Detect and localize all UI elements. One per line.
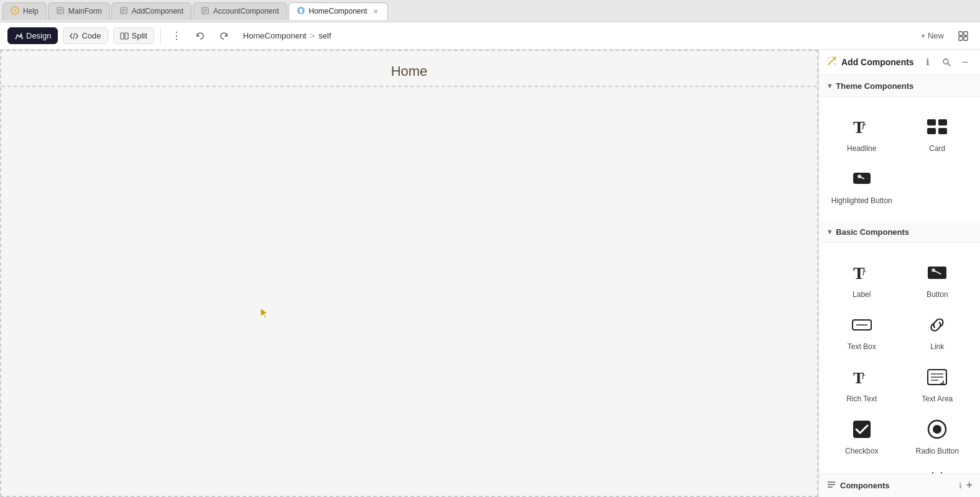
accountcomponent-icon — [201, 6, 210, 17]
components-footer-info-icon: ℹ — [959, 481, 962, 490]
tab-mainform[interactable]: MainForm — [48, 2, 110, 20]
basic-components-section-header[interactable]: ▼ Basic Components — [819, 221, 980, 243]
checkbox-label: Checkbox — [845, 447, 878, 455]
basic-section-label: Basic Components — [836, 227, 973, 237]
breadcrumb-separator: > — [310, 31, 315, 40]
textarea-label: Text Area — [922, 394, 953, 403]
addcomponent-icon — [119, 6, 128, 17]
component-link[interactable]: Link — [900, 305, 976, 357]
homecomponent-icon — [297, 6, 305, 17]
richtext-icon: T r — [848, 363, 876, 391]
theme-chevron-icon: ▼ — [826, 82, 833, 89]
design-icon — [14, 32, 23, 40]
component-radio[interactable]: Radio Button — [900, 409, 976, 462]
components-footer-label: Components — [840, 481, 955, 490]
new-button[interactable]: + New — [916, 29, 949, 43]
panel-search-button[interactable] — [939, 55, 954, 70]
tab-help[interactable]: ? Help — [2, 2, 47, 20]
tab-help-label: Help — [23, 7, 39, 16]
component-headline[interactable]: T r Headline — [824, 107, 900, 159]
svg-rect-16 — [121, 33, 124, 39]
tab-accountcomponent-label: AccountComponent — [213, 7, 279, 16]
component-textarea[interactable]: Text Area — [900, 357, 976, 409]
radio-icon — [923, 416, 951, 443]
svg-text:r: r — [862, 372, 866, 381]
cursor-arrow-icon — [259, 307, 269, 319]
grid-view-button[interactable] — [954, 27, 973, 45]
component-table[interactable]: Table — [824, 462, 900, 473]
svg-rect-20 — [959, 37, 963, 40]
grid-icon — [958, 30, 969, 42]
tab-mainform-label: MainForm — [68, 7, 102, 16]
code-icon — [70, 32, 78, 40]
card-label: Card — [929, 144, 945, 153]
component-calendar[interactable]: Calendar — [900, 462, 976, 473]
wand-icon — [826, 55, 838, 69]
tab-accountcomponent[interactable]: AccountComponent — [193, 2, 287, 20]
canvas-area[interactable]: Home — [0, 50, 818, 497]
close-homecomponent-tab[interactable]: ✕ — [371, 7, 380, 16]
radio-label: Radio Button — [916, 447, 959, 455]
undo-button[interactable] — [191, 27, 210, 45]
component-card[interactable]: Card — [900, 107, 976, 159]
table-icon — [848, 468, 876, 473]
tab-addcomponent[interactable]: AddComponent — [111, 2, 192, 20]
tab-homecomponent[interactable]: HomeComponent ✕ — [289, 2, 388, 20]
split-button[interactable]: Split — [113, 27, 154, 44]
svg-rect-17 — [125, 33, 128, 39]
component-label[interactable]: T r Label — [824, 253, 900, 305]
code-label: Code — [81, 31, 101, 40]
components-footer-icon — [826, 480, 836, 492]
component-highlighted-button[interactable]: Highlighted Button — [824, 159, 900, 211]
theme-section-label: Theme Components — [836, 81, 973, 91]
basic-chevron-icon: ▼ — [826, 228, 833, 235]
svg-text:r: r — [862, 121, 866, 131]
highlighted-button-label: Highlighted Button — [831, 196, 892, 205]
svg-rect-38 — [928, 267, 946, 279]
breadcrumb: HomeComponent > self — [243, 31, 331, 40]
toolbar-right: + New — [916, 27, 973, 45]
design-button[interactable]: Design — [7, 27, 58, 44]
svg-rect-19 — [964, 32, 968, 35]
canvas-title: Home — [391, 63, 428, 80]
link-label: Link — [930, 342, 944, 351]
right-panel: Add Components ℹ − ▼ Theme Components — [818, 50, 980, 497]
toolbar-divider-1 — [160, 29, 161, 43]
tab-homecomponent-label: HomeComponent — [309, 7, 368, 16]
theme-components-section-header[interactable]: ▼ Theme Components — [819, 75, 980, 97]
component-textbox[interactable]: Text Box — [824, 305, 900, 357]
add-component-footer-button[interactable]: + — [966, 479, 973, 492]
panel-footer[interactable]: Components ℹ + — [819, 473, 980, 497]
split-icon — [120, 32, 129, 40]
redo-button[interactable] — [215, 27, 233, 45]
panel-info-button[interactable]: ℹ — [920, 55, 935, 70]
panel-body: ▼ Theme Components T r Headline — [819, 75, 980, 473]
theme-components-grid: T r Headline — [819, 97, 980, 221]
svg-rect-21 — [964, 37, 968, 40]
component-checkbox[interactable]: Checkbox — [824, 409, 900, 462]
help-icon: ? — [11, 6, 19, 17]
panel-collapse-button[interactable]: − — [958, 55, 973, 70]
more-options-button[interactable]: ⋮ — [167, 27, 186, 45]
tab-addcomponent-label: AddComponent — [132, 7, 183, 16]
panel-title: Add Components — [841, 57, 917, 67]
svg-rect-33 — [938, 128, 947, 134]
highlighted-button-icon — [848, 165, 876, 193]
svg-rect-30 — [927, 119, 936, 125]
button-label: Button — [927, 290, 948, 299]
component-button[interactable]: Button — [900, 253, 976, 305]
textbox-icon — [848, 311, 876, 339]
design-label: Design — [26, 31, 51, 40]
code-button[interactable]: Code — [63, 27, 108, 44]
richtext-label: Rich Text — [846, 394, 877, 403]
calendar-icon — [923, 468, 951, 473]
component-richtext[interactable]: T r Rich Text — [824, 357, 900, 409]
breadcrumb-component[interactable]: HomeComponent — [243, 31, 307, 40]
redo-icon — [219, 31, 229, 41]
svg-rect-34 — [853, 173, 871, 184]
svg-point-26 — [943, 59, 948, 64]
svg-line-27 — [948, 64, 951, 66]
headline-label: Headline — [847, 144, 876, 153]
new-label: + New — [921, 31, 944, 40]
svg-rect-18 — [959, 32, 963, 35]
